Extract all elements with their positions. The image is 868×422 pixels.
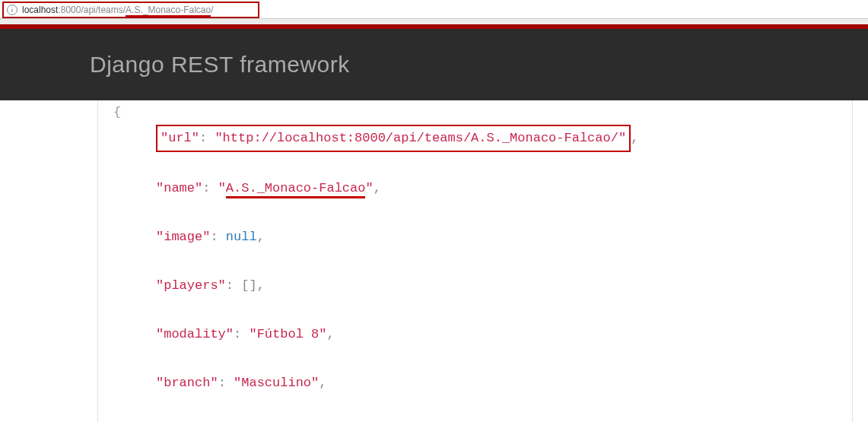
- url-host: localhost: [22, 5, 58, 15]
- address-bar[interactable]: i localhost:8000/api/teams/A.S._Monaco-F…: [2, 2, 259, 18]
- json-response-panel: { "url": "http://localhost:8000/api/team…: [97, 100, 853, 422]
- open-brace: {: [113, 105, 121, 119]
- navbar-title[interactable]: Django REST framework: [90, 52, 350, 78]
- url-text: localhost:8000/api/teams/A.S._Monaco-Fal…: [22, 5, 214, 15]
- json-line-players: "players": [],: [113, 274, 837, 298]
- url-path-highlight: A.S._Monaco-Falcao: [126, 5, 211, 17]
- json-line-image: "image": null,: [113, 225, 837, 249]
- url-path-suffix: /: [211, 5, 213, 15]
- content-area: { "url": "http://localhost:8000/api/team…: [0, 100, 868, 422]
- json-line-modality: "modality": "Fútbol 8",: [113, 322, 837, 347]
- browser-chrome-bar: [0, 18, 868, 24]
- json-line-branch: "branch": "Masculino",: [113, 371, 837, 395]
- json-line-url: "url": "http://localhost:8000/api/teams/…: [113, 125, 837, 152]
- url-path-prefix: /api/teams/: [81, 5, 126, 15]
- json-line-name: "name": "A.S._Monaco-Falcao",: [113, 176, 837, 201]
- navbar: Django REST framework: [0, 29, 868, 100]
- url-port: :8000: [58, 5, 81, 15]
- info-icon: i: [7, 5, 17, 15]
- json-body: { "url": "http://localhost:8000/api/team…: [113, 100, 837, 422]
